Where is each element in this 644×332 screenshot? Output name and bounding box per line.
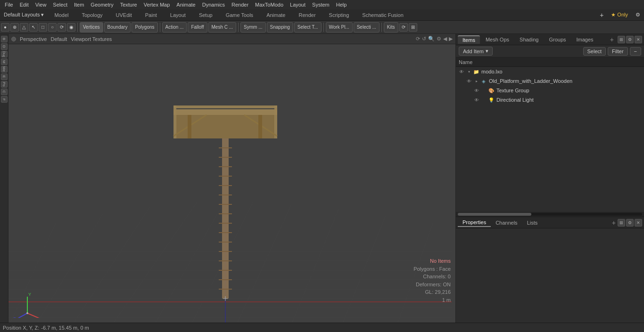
- layout-tab-render[interactable]: Render: [292, 9, 322, 20]
- layout-tab-schematic[interactable]: Schematic Fusion: [355, 9, 410, 20]
- toolbar-falloff[interactable]: Falloff: [188, 22, 207, 32]
- menu-maxtomodo[interactable]: MaxToModo: [252, 1, 286, 8]
- scroll-thumb[interactable]: [458, 213, 531, 216]
- toolbar-radio[interactable]: ◉: [67, 23, 75, 32]
- menu-view[interactable]: View: [33, 1, 50, 8]
- list-item-platform[interactable]: 👁 ▸ ◈ Old_Platform_with_Ladder_Wooden: [456, 76, 644, 86]
- toolbar-boundary[interactable]: Boundary: [104, 22, 131, 32]
- props-tab-add[interactable]: +: [612, 219, 616, 227]
- layout-tab-topology[interactable]: Topology: [75, 9, 109, 20]
- layout-add-tab[interactable]: +: [596, 10, 607, 20]
- list-item-texture[interactable]: 👁 🎨 Texture Group: [456, 86, 644, 95]
- toolbar-vertices[interactable]: Vertices: [80, 22, 103, 32]
- layout-tab-game-tools[interactable]: Game Tools: [219, 9, 260, 20]
- viewport-icon-nav-next[interactable]: ▶: [449, 36, 453, 42]
- toolbar-rotate-view[interactable]: ⟳: [399, 23, 408, 32]
- toolbar-box[interactable]: □: [39, 23, 47, 32]
- toolbar-work-pl[interactable]: Work Pl...: [326, 22, 353, 32]
- menu-texture[interactable]: Texture: [117, 1, 140, 8]
- menu-item[interactable]: Item: [71, 1, 87, 8]
- viewport-perspective-label[interactable]: Perspective: [20, 36, 47, 42]
- layout-tab-model[interactable]: Model: [48, 9, 75, 20]
- items-icon-close[interactable]: ✕: [635, 36, 642, 43]
- tab-groups[interactable]: Groups: [544, 36, 570, 43]
- sidebar-btn-2[interactable]: D: [1, 43, 8, 50]
- props-tab-properties[interactable]: Properties: [458, 219, 491, 227]
- menu-system[interactable]: System: [309, 1, 332, 8]
- filter-button[interactable]: Filter: [608, 47, 627, 56]
- props-icon-expand[interactable]: ⊞: [618, 219, 625, 227]
- scroll-track[interactable]: [458, 213, 642, 216]
- sidebar-btn-mir[interactable]: M: [1, 58, 8, 65]
- layout-tab-animate[interactable]: Animate: [260, 9, 292, 20]
- sidebar-btn-c[interactable]: C: [1, 89, 8, 95]
- items-minus-btn[interactable]: −: [630, 47, 641, 56]
- menu-vertex-map[interactable]: Vertex Map: [141, 1, 173, 8]
- sidebar-btn-mesh[interactable]: Me: [1, 66, 8, 73]
- toolbar-mode-indicator[interactable]: ●: [1, 23, 9, 32]
- viewport-icon-settings[interactable]: ⚙: [437, 36, 441, 42]
- viewport-icon-move[interactable]: ⟳: [416, 36, 420, 42]
- menu-file[interactable]: File: [2, 1, 16, 8]
- toolbar-grid-icon[interactable]: ⊞: [409, 23, 417, 32]
- toolbar-polygons[interactable]: Polygons: [132, 22, 157, 32]
- canvas-area[interactable]: No Items Polygons : Face Channels: 0 Def…: [8, 44, 455, 323]
- props-tab-channels[interactable]: Channels: [491, 219, 522, 227]
- items-scrollbar[interactable]: [456, 212, 644, 217]
- menu-render[interactable]: Render: [229, 1, 251, 8]
- items-icon-expand[interactable]: ⊞: [618, 36, 625, 43]
- sidebar-btn-dup[interactable]: Dup: [1, 51, 8, 57]
- add-item-button[interactable]: Add Item ▾: [459, 47, 493, 56]
- toolbar-action[interactable]: Action ...: [162, 22, 187, 32]
- toolbar-symm[interactable]: Symm ...: [240, 22, 265, 32]
- toolbar-select-arrow[interactable]: ↖: [29, 23, 38, 32]
- items-list[interactable]: 👁 ▾ 📁 modo.lxo 👁 ▸ ◈ Old_Platform_with_L…: [456, 67, 644, 212]
- list-item-modo-lxo[interactable]: 👁 ▾ 📁 modo.lxo: [456, 67, 644, 76]
- expand-icon-1[interactable]: ▸: [474, 78, 479, 84]
- props-tab-lists[interactable]: Lists: [522, 219, 543, 227]
- layout-tab-layout[interactable]: Layout: [164, 9, 192, 20]
- tab-images[interactable]: Images: [572, 36, 598, 43]
- sidebar-btn-f[interactable]: F: [1, 96, 8, 103]
- items-tab-add[interactable]: +: [608, 36, 616, 43]
- toolbar-circle[interactable]: ○: [48, 23, 57, 32]
- props-icon-close[interactable]: ✕: [635, 219, 642, 227]
- viewport-icon-nav-prev[interactable]: ◀: [443, 36, 447, 42]
- tab-shading[interactable]: Shading: [515, 36, 543, 43]
- menu-select[interactable]: Select: [50, 1, 70, 8]
- menu-dynamics[interactable]: Dynamics: [199, 1, 228, 8]
- toolbar-origin[interactable]: ⊕: [10, 23, 19, 32]
- menu-animate[interactable]: Animate: [173, 1, 198, 8]
- eye-icon-3[interactable]: 👁: [473, 96, 480, 104]
- items-icon-settings[interactable]: ⚙: [626, 36, 634, 43]
- menu-layout[interactable]: Layout: [287, 1, 308, 8]
- eye-icon-2[interactable]: 👁: [473, 87, 480, 94]
- menu-geometry[interactable]: Geometry: [88, 1, 116, 8]
- expand-icon-0[interactable]: ▾: [466, 69, 472, 74]
- layout-tab-paint[interactable]: Paint: [139, 9, 164, 20]
- layout-tab-uvedit[interactable]: UVEdit: [109, 9, 139, 20]
- layout-tab-setup[interactable]: Setup: [192, 9, 219, 20]
- layout-gear-icon[interactable]: ⚙: [632, 11, 644, 19]
- viewport-icon-zoom[interactable]: 🔍: [428, 36, 435, 42]
- viewport-default-label[interactable]: Default: [50, 36, 67, 42]
- toolbar-kits[interactable]: Kits: [384, 22, 398, 32]
- viewport-texture-label[interactable]: Viewport Textures: [71, 36, 112, 42]
- layout-tab-scripting[interactable]: Scripting: [322, 9, 356, 20]
- sidebar-btn-e[interactable]: E: [1, 73, 8, 80]
- sidebar-btn-1[interactable]: B: [1, 36, 8, 42]
- layout-dropdown[interactable]: Default Layouts ▾: [0, 11, 48, 19]
- eye-icon-1[interactable]: 👁: [465, 77, 473, 85]
- menu-edit[interactable]: Edit: [17, 1, 32, 8]
- toolbar-rotate[interactable]: ⟳: [58, 23, 66, 32]
- menu-help[interactable]: Help: [333, 1, 350, 8]
- tab-items[interactable]: Items: [458, 35, 480, 44]
- list-item-light[interactable]: 👁 💡 Directional Light: [456, 95, 644, 105]
- toolbar-select-t[interactable]: Select T...: [294, 22, 322, 32]
- toolbar-transform[interactable]: △: [20, 23, 28, 32]
- props-icon-settings[interactable]: ⚙: [626, 219, 634, 227]
- viewport[interactable]: Perspective Default Viewport Textures ⟳ …: [8, 34, 455, 323]
- viewport-icon-orbit[interactable]: ↺: [422, 36, 426, 42]
- toolbar-mesh-c[interactable]: Mesh C ...: [208, 22, 237, 32]
- toolbar-selecti[interactable]: Selecti ...: [354, 22, 380, 32]
